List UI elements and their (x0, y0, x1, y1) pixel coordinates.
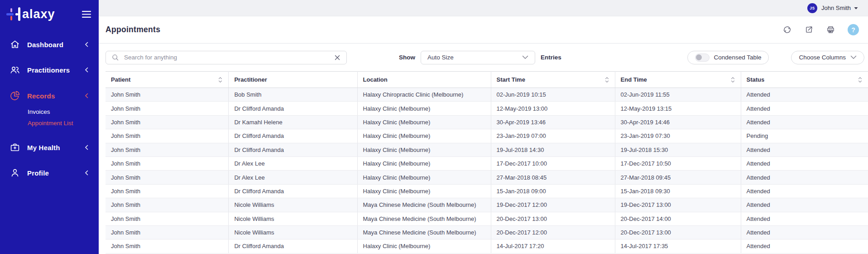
logo-text: alaxy (22, 6, 55, 22)
records-pie-chart-icon (9, 90, 21, 102)
halaxy-logo[interactable]: alaxy (6, 6, 55, 22)
table-controls: Condensed Table Choose Columns (687, 51, 864, 64)
cell-practitioner: Dr Alex Lee (229, 156, 357, 170)
cell-practitioner: Dr Alex Lee (229, 171, 357, 184)
table-row[interactable]: John SmithNicole WilliamsMaya Chinese Me… (106, 225, 868, 239)
sort-icon[interactable] (730, 76, 735, 83)
column-header-label: Status (747, 76, 765, 83)
hamburger-menu-icon[interactable] (82, 10, 91, 18)
table-row[interactable]: John SmithNicole WilliamsMaya Chinese Me… (106, 212, 868, 225)
cell-status: Attended (741, 156, 868, 170)
entries-label: Entries (541, 54, 561, 61)
table-row[interactable]: John SmithBob SmithHalaxy Chiropractic C… (106, 88, 868, 102)
cell-start-time: 20-Dec-2017 12:00 (491, 225, 615, 239)
table-header-row: PatientPractitionerLocationStart TimeEnd… (106, 72, 868, 88)
cell-end-time: 19-Dec-2017 13:00 (615, 198, 741, 212)
sort-icon[interactable] (604, 76, 609, 83)
table-row[interactable]: John SmithNicole WilliamsMaya Chinese Me… (106, 198, 868, 212)
sidebar-item-label: Dashboard (27, 41, 85, 49)
cell-start-time: 15-Jan-2018 09:00 (491, 184, 615, 198)
appointments-table: PatientPractitionerLocationStart TimeEnd… (106, 71, 868, 254)
sidebar-subitem-label: Appointment List (28, 120, 73, 127)
cell-start-time: 12-May-2019 13:00 (491, 102, 615, 115)
sidebar-item-my-health[interactable]: My Health (0, 140, 99, 155)
show-entries-select[interactable]: Auto Size (421, 51, 535, 64)
cell-start-time: 14-Jul-2017 17:20 (491, 239, 615, 253)
toggle-switch-icon[interactable] (695, 54, 710, 62)
topbar: JS John Smith (99, 0, 868, 16)
sort-icon[interactable] (858, 76, 863, 83)
table-row[interactable]: John SmithDr Clifford AmandaHalaxy Clini… (106, 102, 868, 115)
table-row[interactable]: John SmithDr Clifford AmandaHalaxy Clini… (106, 143, 868, 156)
cell-location: Halaxy Clinic (Melbourne) (357, 184, 491, 198)
avatar: JS (807, 3, 817, 13)
header-actions: ? (782, 24, 859, 35)
cell-start-time: 02-Jun-2019 10:15 (491, 88, 615, 102)
column-header-start-time[interactable]: Start Time (491, 72, 615, 88)
cell-patient: John Smith (106, 225, 229, 239)
print-button[interactable] (826, 25, 835, 34)
person-icon (9, 167, 21, 179)
sort-icon[interactable] (218, 76, 223, 83)
sidebar-subitem-appointment-list[interactable]: Appointment List (0, 117, 99, 129)
cell-end-time: 30-Apr-2019 14:46 (615, 115, 741, 129)
page-header: Appointments ? (99, 16, 868, 44)
sidebar-item-label: My Health (27, 144, 85, 151)
sidebar-item-label: Records (27, 92, 85, 100)
cell-patient: John Smith (106, 156, 229, 170)
sidebar: alaxy Dashboard Practitioners (0, 0, 99, 254)
cell-status: Attended (741, 239, 868, 253)
help-button[interactable]: ? (848, 24, 859, 35)
cell-start-time: 19-Jul-2018 14:30 (491, 143, 615, 156)
table-row[interactable]: John SmithDr Clifford AmandaHalaxy Clini… (106, 239, 868, 253)
cell-practitioner: Dr Clifford Amanda (229, 184, 357, 198)
cell-status: Attended (741, 225, 868, 239)
table-row[interactable]: John SmithDr Clifford AmandaHalaxy Clini… (106, 184, 868, 198)
cell-end-time: 19-Jul-2018 15:30 (615, 143, 741, 156)
sidebar-subitem-invoices[interactable]: Invoices (0, 106, 99, 117)
search-input[interactable] (123, 54, 334, 61)
cell-end-time: 15-Jan-2018 09:30 (615, 184, 741, 198)
sidebar-item-label: Profile (27, 169, 85, 177)
sidebar-nav: Dashboard Practitioners Records (0, 37, 99, 181)
sidebar-item-label: Practitioners (27, 66, 85, 74)
column-header-patient[interactable]: Patient (106, 72, 229, 88)
cell-start-time: 20-Dec-2017 13:00 (491, 212, 615, 225)
cell-location: Maya Chinese Medicine (South Melbourne) (357, 212, 491, 225)
chevron-left-icon[interactable] (85, 145, 88, 150)
chevron-left-icon[interactable] (85, 42, 88, 47)
column-header-end-time[interactable]: End Time (615, 72, 741, 88)
sidebar-item-dashboard[interactable]: Dashboard (0, 37, 99, 52)
chevron-left-icon[interactable] (85, 67, 88, 73)
chevron-left-icon[interactable] (85, 170, 88, 176)
column-header-status[interactable]: Status (741, 72, 868, 88)
search-box[interactable] (106, 51, 347, 64)
sidebar-item-records[interactable]: Records (0, 88, 99, 103)
cell-patient: John Smith (106, 171, 229, 184)
cell-patient: John Smith (106, 143, 229, 156)
chevron-left-icon[interactable] (85, 93, 88, 98)
cell-end-time: 20-Dec-2017 14:00 (615, 212, 741, 225)
table-row[interactable]: John SmithDr Clifford AmandaHalaxy Clini… (106, 129, 868, 143)
export-button[interactable] (804, 25, 814, 34)
user-menu[interactable]: JS John Smith (807, 3, 858, 13)
cell-patient: John Smith (106, 212, 229, 225)
refresh-button[interactable] (782, 25, 792, 34)
cell-location: Halaxy Clinic (Melbourne) (357, 129, 491, 143)
choose-columns-label: Choose Columns (799, 54, 846, 61)
cell-start-time: 30-Apr-2019 13:46 (491, 115, 615, 129)
table-row[interactable]: John SmithDr Alex LeeHalaxy Clinic (Melb… (106, 156, 868, 170)
choose-columns-button[interactable]: Choose Columns (791, 51, 864, 64)
cell-location: Maya Chinese Medicine (South Melbourne) (357, 198, 491, 212)
column-header-practitioner: Practitioner (229, 72, 357, 88)
sidebar-item-practitioners[interactable]: Practitioners (0, 62, 99, 78)
sidebar-item-profile[interactable]: Profile (0, 165, 99, 181)
cell-practitioner: Dr Clifford Amanda (229, 239, 357, 253)
condensed-table-toggle[interactable]: Condensed Table (687, 51, 769, 64)
clear-search-icon[interactable] (334, 54, 341, 61)
table-row[interactable]: John SmithDr Alex LeeHalaxy Clinic (Melb… (106, 171, 868, 184)
cell-practitioner: Dr Clifford Amanda (229, 129, 357, 143)
cell-practitioner: Nicole Williams (229, 225, 357, 239)
home-icon (9, 39, 21, 50)
table-row[interactable]: John SmithDr Kamahl HeleneHalaxy Clinic … (106, 115, 868, 129)
